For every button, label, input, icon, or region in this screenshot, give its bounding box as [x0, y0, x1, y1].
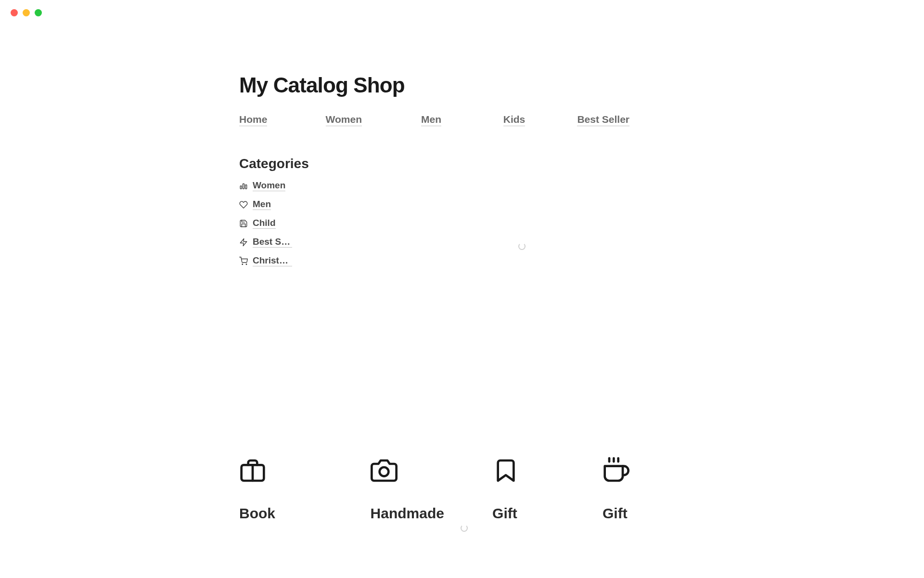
- camera-icon: [371, 457, 398, 484]
- svg-point-4: [242, 264, 243, 265]
- category-men[interactable]: Men: [239, 199, 302, 210]
- featured-label: Handmade: [371, 505, 492, 522]
- bar-chart-icon: [239, 182, 248, 190]
- cart-icon: [239, 257, 248, 265]
- svg-marker-3: [240, 238, 247, 246]
- svg-rect-0: [240, 186, 242, 189]
- nav-home[interactable]: Home: [239, 114, 267, 126]
- minimize-window-button[interactable]: [23, 9, 30, 16]
- svg-rect-2: [245, 184, 247, 188]
- nav-kids[interactable]: Kids: [503, 114, 526, 126]
- page-title: My Catalog Shop: [239, 73, 629, 97]
- close-window-button[interactable]: [11, 9, 18, 16]
- featured-book[interactable]: Book: [239, 457, 371, 522]
- briefcase-icon: [239, 457, 266, 484]
- svg-point-8: [379, 467, 388, 476]
- categories-heading: Categories: [239, 156, 302, 171]
- nav-men[interactable]: Men: [421, 114, 441, 126]
- loading-spinner-icon: [518, 243, 526, 250]
- heart-icon: [239, 200, 248, 209]
- main-nav: Home Women Men Kids Best Seller: [239, 114, 629, 126]
- lightning-icon: [239, 238, 248, 247]
- category-best-seller[interactable]: Best Se…: [239, 236, 302, 248]
- featured-label: Gift: [492, 505, 603, 522]
- maximize-window-button[interactable]: [35, 9, 42, 16]
- featured-gift-bookmark[interactable]: Gift: [492, 457, 603, 522]
- featured-gift-coffee[interactable]: Gift: [603, 457, 629, 522]
- nav-best-seller[interactable]: Best Seller: [577, 114, 629, 126]
- loading-spinner-icon: [461, 525, 468, 532]
- category-child[interactable]: Child: [239, 218, 302, 229]
- category-label: Women: [253, 180, 285, 191]
- svg-rect-1: [243, 184, 244, 189]
- window-titlebar: [0, 0, 924, 25]
- category-women[interactable]: Women: [239, 180, 302, 191]
- category-label: Child: [253, 218, 276, 229]
- nav-women[interactable]: Women: [326, 114, 362, 126]
- svg-point-5: [246, 264, 247, 265]
- save-icon: [239, 219, 248, 228]
- featured-label: Book: [239, 505, 371, 522]
- category-label: Men: [253, 199, 271, 210]
- category-christmas[interactable]: Christm…: [239, 255, 302, 266]
- category-label: Best Se…: [253, 236, 292, 248]
- bookmark-icon: [492, 457, 519, 484]
- featured-row: Book Handmade Gift Gift: [239, 457, 629, 522]
- featured-handmade[interactable]: Handmade: [371, 457, 492, 522]
- featured-label: Gift: [603, 505, 629, 522]
- coffee-icon: [603, 457, 629, 484]
- category-label: Christm…: [253, 255, 292, 266]
